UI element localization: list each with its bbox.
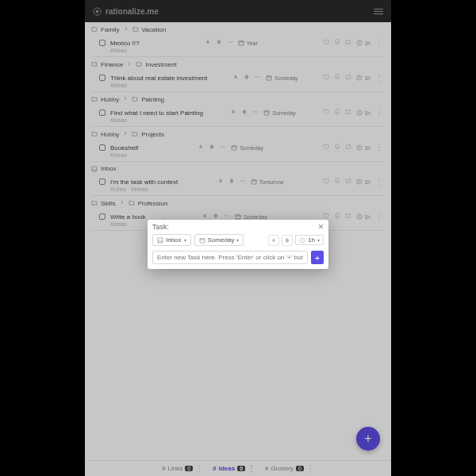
calendar-icon [199, 237, 205, 244]
date-dropdown-label: Someday [208, 236, 235, 244]
submit-task-button[interactable]: + [311, 251, 324, 264]
modal-title: Task: [152, 223, 169, 231]
date-dropdown[interactable]: Someday ▾ [194, 234, 244, 246]
diamond-icon [284, 237, 290, 244]
clock-icon [299, 237, 305, 244]
estimate-dropdown-label: 1h [308, 236, 315, 244]
new-task-modal: Task: × Inbox ▾ Someday ▾ [148, 220, 328, 269]
svg-rect-33 [200, 238, 205, 242]
list-dropdown[interactable]: Inbox ▾ [152, 234, 191, 246]
estimate-dropdown[interactable]: 1h ▾ [295, 235, 324, 245]
energy-button[interactable] [282, 235, 293, 246]
list-dropdown-label: Inbox [166, 236, 182, 244]
modal-close-button[interactable]: × [318, 223, 324, 231]
inbox-icon [157, 237, 163, 244]
priority-button[interactable] [268, 235, 279, 246]
task-input[interactable] [152, 251, 308, 264]
flame-icon [271, 237, 277, 244]
